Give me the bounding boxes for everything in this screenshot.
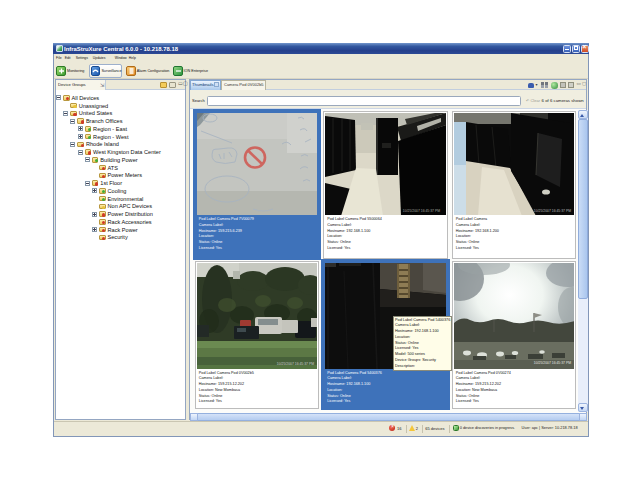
svg-text:10/25/2007 16:45:37 PM: 10/25/2007 16:45:37 PM — [534, 209, 571, 213]
svg-text:10/25/2007 16:45:37 PM: 10/25/2007 16:45:37 PM — [534, 361, 571, 365]
svg-text:10/25/2007 16:45:37 PM: 10/25/2007 16:45:37 PM — [403, 209, 440, 213]
svg-text:10/25/2007 16:45:37 PM: 10/25/2007 16:45:37 PM — [277, 362, 314, 366]
